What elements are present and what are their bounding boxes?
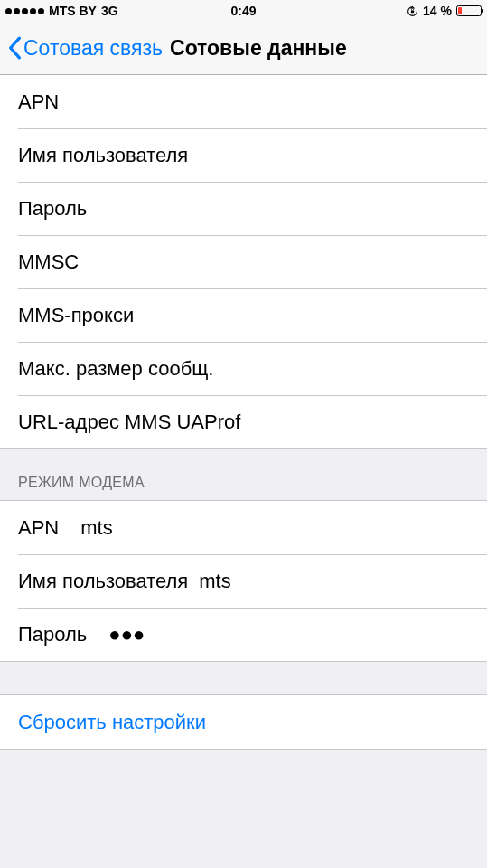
signal-strength-icon	[5, 8, 44, 14]
hotspot-password-field[interactable]: Пароль ●●●	[0, 608, 487, 661]
status-right: 14 %	[407, 4, 482, 18]
max-message-size-label: Макс. размер сообщ.	[18, 357, 213, 381]
reset-settings-button[interactable]: Сбросить настройки	[0, 695, 487, 749]
hotspot-apn-field[interactable]: APN mts	[0, 501, 487, 554]
hotspot-apn-label: APN	[18, 516, 59, 540]
battery-icon	[456, 5, 482, 16]
status-left: MTS BY 3G	[5, 4, 118, 18]
carrier-label: MTS BY	[49, 4, 97, 18]
mms-proxy-field[interactable]: MMS-прокси	[0, 288, 487, 342]
max-message-size-field[interactable]: Макс. размер сообщ.	[0, 342, 487, 395]
mms-proxy-label: MMS-прокси	[18, 304, 134, 327]
status-bar: MTS BY 3G 0:49 14 %	[0, 0, 487, 22]
reset-settings-label: Сбросить настройки	[18, 711, 206, 734]
mms-uaprof-label: URL-адрес MMS UAProf	[18, 410, 240, 434]
clock-label: 0:49	[230, 4, 256, 18]
username-field[interactable]: Имя пользователя	[0, 128, 487, 182]
chevron-left-icon	[7, 36, 22, 60]
apn-field[interactable]: APN	[0, 75, 487, 128]
mms-uaprof-field[interactable]: URL-адрес MMS UAProf	[0, 395, 487, 448]
hotspot-password-value: ●●●	[108, 623, 145, 646]
hotspot-username-label: Имя пользователя	[18, 570, 188, 593]
apn-label: APN	[18, 90, 59, 114]
username-label: Имя пользователя	[18, 144, 188, 167]
network-type-label: 3G	[101, 4, 118, 18]
password-field[interactable]: Пароль	[0, 182, 487, 235]
back-button[interactable]: Сотовая связь	[7, 36, 163, 61]
page-title: Сотовые данные	[170, 36, 347, 61]
hotspot-username-field[interactable]: Имя пользователя mts	[0, 554, 487, 608]
spacer	[0, 662, 487, 694]
personal-hotspot-section-header: РЕЖИМ МОДЕМА	[0, 449, 487, 500]
mmsc-label: MMSC	[18, 250, 79, 274]
hotspot-username-value: mts	[199, 570, 230, 593]
reset-group: Сбросить настройки	[0, 694, 487, 750]
navigation-bar: Сотовая связь Сотовые данные	[0, 22, 487, 75]
mmsc-field[interactable]: MMSC	[0, 235, 487, 288]
password-label: Пароль	[18, 197, 87, 221]
battery-pct-label: 14 %	[423, 4, 452, 18]
cellular-data-fields-group: APN Имя пользователя Пароль MMSC MMS-про…	[0, 75, 487, 449]
svg-rect-0	[411, 10, 414, 13]
hotspot-password-label: Пароль	[18, 623, 87, 646]
rotation-lock-icon	[407, 5, 418, 17]
hotspot-apn-value: mts	[80, 516, 112, 540]
back-label: Сотовая связь	[23, 36, 163, 61]
personal-hotspot-fields-group: APN mts Имя пользователя mts Пароль ●●●	[0, 500, 487, 662]
